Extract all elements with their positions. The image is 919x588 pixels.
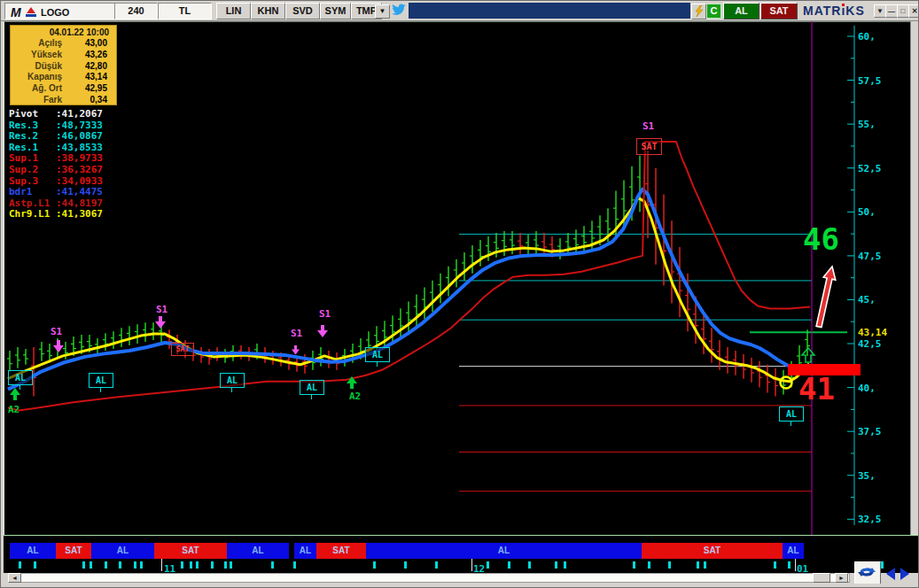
ohlc-info-box: 04.01.22 10:00 Açılış43,00Yüksek43,26Düş… [10, 25, 117, 105]
timeline-tick [134, 561, 136, 569]
timeline-tick [648, 561, 650, 569]
info-row: Kapanış43,14 [11, 72, 116, 83]
timeline-tick [404, 561, 407, 569]
info-label: Düşük [11, 61, 62, 73]
timeline-tick [181, 561, 183, 569]
close-icon[interactable]: ✕ [908, 4, 919, 18]
scroll-right-button[interactable]: ► [835, 573, 848, 583]
minimize-icon[interactable]: — [885, 4, 898, 18]
page-nav-arrows[interactable] [883, 566, 918, 582]
timeline-tick [528, 561, 531, 569]
signal-segment-al: AL [783, 543, 804, 559]
timeline-tick [293, 561, 296, 569]
interval-field[interactable]: 240 [114, 3, 158, 19]
timeline-tick [508, 561, 510, 569]
scroll-left-button[interactable]: ◄ [8, 573, 21, 583]
matriks-window: M LOGO 240 TL LINKHNSVDSYMTMP ▼ C AL SAT… [0, 0, 919, 588]
signal-segment-sat: SAT [154, 543, 227, 559]
annotation-41: 41 [798, 374, 835, 404]
signal-segment-al: AL [10, 543, 56, 559]
chevron-down-icon[interactable]: ▼ [375, 4, 390, 19]
timeline-tick [271, 561, 274, 569]
levels-panel: Pivot :41,2067Res.3 :48,7333Res.2 :46,08… [9, 109, 103, 220]
info-label: Ağ. Ort [11, 83, 62, 95]
last-price-label: 43,14 [858, 327, 887, 338]
timeline-tick [140, 561, 143, 569]
info-row: Düşük42,80 [11, 61, 116, 73]
toolbar-button-svd[interactable]: SVD [285, 3, 320, 19]
signal-segment-sat: SAT [56, 543, 91, 559]
timeline-tick [82, 561, 85, 569]
buy-signal-box: AL [779, 406, 804, 422]
info-value: 42,95 [62, 83, 116, 95]
info-label: Fark [11, 95, 62, 106]
h-scrollbar-track[interactable] [8, 573, 850, 583]
titlebar: M LOGO 240 TL LINKHNSVDSYMTMP ▼ C AL SAT… [1, 1, 919, 21]
info-row: Fark0,34 [11, 95, 116, 106]
info-label: Kapanış [11, 72, 62, 83]
restore-icon[interactable]: □ [897, 4, 909, 18]
axis-label: 37,5 [858, 426, 882, 437]
chart-area[interactable] [4, 21, 910, 535]
timeline-tick [34, 561, 36, 569]
symbol-field[interactable]: M LOGO [4, 3, 115, 19]
buy-signal-box: AL [300, 380, 324, 395]
signal-box-tail [790, 421, 791, 426]
level-row: Sup.2 :36,3267 [9, 165, 103, 176]
info-value: 43,00 [62, 38, 116, 50]
app-m-logo: M [11, 5, 21, 20]
matriks-swirl-button[interactable] [854, 561, 881, 584]
timeline-tick [190, 561, 192, 569]
timeline-tick [435, 561, 438, 569]
info-row: Açılış43,00 [11, 38, 116, 50]
window-bottom-edge [1, 584, 919, 588]
toolbar-button-khn[interactable]: KHN [251, 3, 285, 19]
dropdown-icon[interactable]: ▼ [874, 4, 886, 18]
timeline-tick [230, 561, 232, 569]
info-row: Yüksek43,26 [11, 50, 116, 61]
timeline-tick [224, 561, 227, 569]
timeline-tick [105, 561, 107, 569]
axis-label: 60, [858, 31, 876, 43]
timeline-tick [373, 561, 376, 569]
timeline-tick [211, 561, 214, 569]
level-row: bdr1 :41,4475 [9, 187, 103, 198]
c-button[interactable]: C [706, 4, 721, 19]
timeline-tick [119, 561, 121, 569]
level-row: Chr9.L1 :41,3067 [9, 209, 103, 220]
timeline-tick [90, 561, 92, 569]
buy-signal-box: AL [220, 373, 245, 388]
twitter-icon[interactable] [391, 4, 406, 20]
axis-label: 52,5 [858, 163, 882, 174]
axis-label: 55, [858, 119, 876, 130]
annotation-s1: S1 [156, 305, 167, 314]
timeline-tick [564, 561, 566, 569]
sell-button[interactable]: SAT [760, 3, 798, 19]
lightning-icon[interactable] [691, 4, 706, 19]
annotation-s1: S1 [643, 121, 654, 131]
signal-segment-al: AL [366, 543, 642, 559]
signal-segment-al: AL [91, 543, 154, 559]
signal-box-tail [19, 384, 20, 390]
timeline-separator [161, 559, 162, 571]
signal-box-tail [231, 387, 232, 392]
toolbar-button-lin[interactable]: LIN [216, 3, 251, 19]
currency-field[interactable]: TL [158, 3, 212, 19]
timeline-tick [487, 561, 489, 569]
toolbar-button-sym[interactable]: SYM [320, 3, 351, 19]
signal-segment-al: AL [227, 543, 289, 559]
signal-box-tail [100, 387, 101, 392]
axis-label: 50, [858, 206, 876, 218]
prev-icon [886, 568, 895, 580]
axis-label: 47,5 [858, 251, 882, 262]
info-label: Açılış [11, 38, 62, 50]
info-value: 42,80 [62, 61, 116, 73]
timeline-tick [633, 561, 635, 569]
titlebar-spacer [409, 3, 690, 19]
buy-signal-box: AL [365, 347, 390, 362]
timeline-separator [471, 559, 472, 571]
annotation-a2: A2 [8, 405, 19, 414]
axis-label: 45, [858, 294, 876, 306]
h-scrollbar-thumb[interactable] [813, 573, 830, 583]
buy-button[interactable]: AL [723, 3, 759, 19]
